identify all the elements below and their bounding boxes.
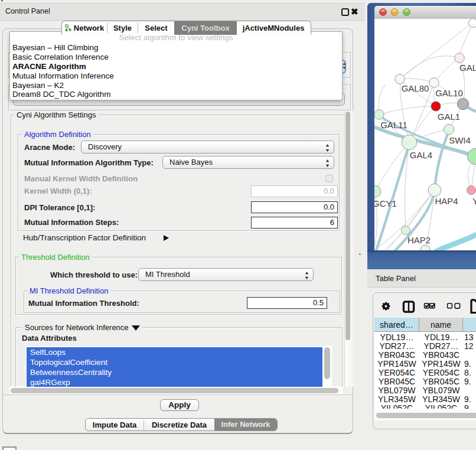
svg-text:HAP2: HAP2 bbox=[407, 235, 431, 245]
svg-text:GAL1: GAL1 bbox=[438, 112, 460, 122]
svg-text:SWI4: SWI4 bbox=[449, 135, 471, 145]
svg-text:GCY1: GCY1 bbox=[374, 198, 397, 208]
svg-text:Y: Y bbox=[472, 196, 476, 206]
svg-text:GAL7: GAL7 bbox=[459, 63, 476, 73]
svg-text:GAL10: GAL10 bbox=[435, 88, 463, 98]
svg-text:GAL80: GAL80 bbox=[402, 83, 429, 93]
svg-text:GAL4: GAL4 bbox=[410, 150, 432, 160]
svg-text:GAL11: GAL11 bbox=[380, 120, 407, 130]
svg-text:HAP4: HAP4 bbox=[435, 196, 458, 206]
